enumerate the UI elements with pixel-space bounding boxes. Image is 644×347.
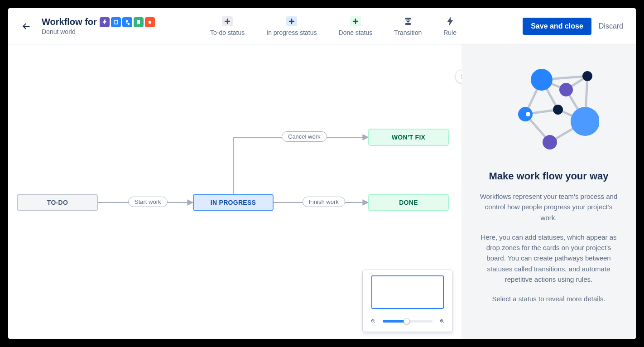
toolbar: To-do statusIn progress statusDone statu… (207, 16, 459, 37)
transition-label-finish[interactable]: Finish work (303, 197, 345, 207)
zoom-in-button[interactable] (437, 316, 447, 326)
header: Workflow for Donut world To-do statusIn … (8, 8, 636, 44)
svg-line-6 (374, 322, 375, 323)
svg-point-30 (543, 135, 557, 149)
workflow-canvas[interactable]: TO-DOIN PROGRESSDONEWON'T FIXStart workF… (8, 44, 461, 339)
svg-point-26 (553, 105, 563, 115)
toolbar-transition-button[interactable]: Transition (391, 16, 424, 37)
minimap-viewport[interactable] (371, 275, 444, 309)
toolbar-item-label: To-do status (210, 29, 245, 36)
status-node-wontfix[interactable]: WON'T FIX (368, 129, 449, 146)
status-node-todo[interactable]: TO-DO (17, 194, 98, 211)
svg-point-24 (582, 71, 592, 81)
svg-rect-4 (405, 23, 411, 25)
toolbar-item-label: In progress status (266, 29, 317, 36)
svg-point-2 (149, 20, 151, 23)
arrow-left-icon (22, 21, 31, 31)
zoom-out-icon (371, 317, 375, 325)
sidebar-para-2: Here, you can add statuses, which appear… (478, 232, 620, 284)
sidebar-para-3: Select a status to reveal more details. (478, 294, 620, 304)
back-button[interactable] (19, 19, 34, 34)
zoom-out-button[interactable] (368, 316, 378, 326)
page-title: Workflow for (42, 17, 155, 27)
sidebar-title: Make work flow your way (478, 170, 620, 182)
workflow-illustration-icon (499, 63, 599, 158)
transition-label-cancel[interactable]: Cancel work (282, 131, 327, 142)
header-actions: Save and close Discard (523, 18, 625, 35)
toolbar-todo-status-button[interactable]: To-do status (207, 16, 247, 37)
svg-point-28 (526, 112, 530, 116)
discard-button[interactable]: Discard (597, 18, 625, 35)
plus-icon (222, 16, 233, 26)
svg-point-23 (531, 69, 553, 91)
toolbar-item-label: Done status (339, 29, 373, 36)
transition-icon (403, 16, 413, 26)
sidebar-collapse-toggle[interactable] (455, 70, 461, 83)
project-name: Donut world (42, 28, 155, 35)
plus-icon (350, 16, 361, 26)
epic-badge-icon (100, 17, 110, 27)
subtask-badge-icon (122, 17, 132, 27)
bolt-icon (445, 16, 456, 26)
sidebar-para-1: Workflows represent your team's process … (478, 191, 620, 223)
story-badge-icon (134, 17, 144, 27)
status-node-done[interactable]: DONE (368, 194, 449, 211)
title-block: Workflow for Donut world (42, 17, 155, 35)
svg-line-9 (442, 322, 444, 323)
zoom-controls (368, 316, 447, 326)
toolbar-item-label: Transition (394, 29, 422, 36)
zoom-in-icon (440, 317, 444, 325)
toolbar-item-label: Rule (443, 29, 457, 36)
zoom-slider[interactable] (383, 320, 433, 323)
plus-icon (286, 16, 297, 26)
chevron-right-icon (459, 73, 461, 80)
bug-badge-icon (145, 17, 155, 27)
toolbar-inprogress-status-button[interactable]: In progress status (264, 16, 319, 37)
svg-point-25 (559, 83, 573, 96)
toolbar-rule-button[interactable]: Rule (441, 16, 459, 37)
page-title-text: Workflow for (42, 17, 97, 27)
issue-type-badges (100, 17, 155, 27)
task-badge-icon (111, 17, 121, 27)
status-node-inprogress[interactable]: IN PROGRESS (193, 194, 274, 211)
svg-rect-1 (114, 20, 118, 24)
toolbar-done-status-button[interactable]: Done status (336, 16, 375, 37)
svg-point-29 (571, 107, 599, 136)
svg-point-27 (518, 107, 533, 121)
save-button[interactable]: Save and close (523, 18, 591, 35)
info-sidebar: Make work flow your way Workflows repres… (461, 44, 636, 339)
transition-label-start[interactable]: Start work (128, 197, 168, 207)
minimap[interactable] (363, 270, 452, 332)
